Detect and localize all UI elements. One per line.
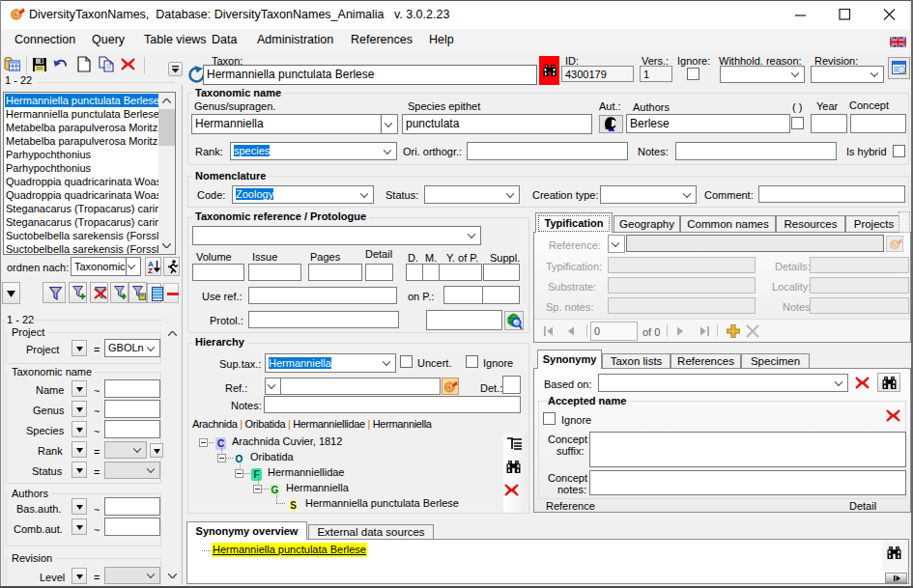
svg-text:Z: Z: [148, 266, 153, 273]
